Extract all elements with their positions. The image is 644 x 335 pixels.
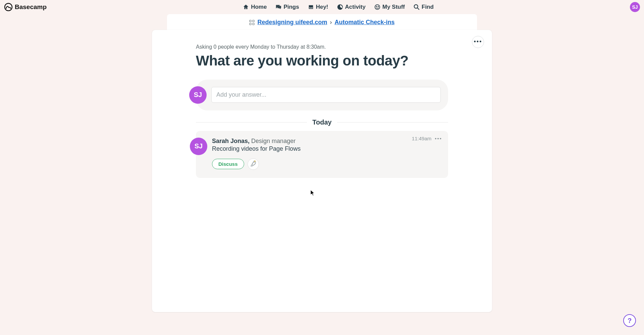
entry-text: Recording videos for Page Flows [212,145,440,152]
nav-hey[interactable]: Hey! [308,4,328,10]
brand-name: Basecamp [15,3,47,11]
svg-point-4 [378,6,379,7]
breadcrumb-section-link[interactable]: Automatic Check-ins [334,19,394,26]
nav-pings-label: Pings [283,4,299,10]
entry-avatar: SJ [190,138,207,155]
nav-activity[interactable]: Activity [337,4,366,10]
entry-role: Design manager [251,138,296,144]
checkin-question: What are you working on today? [196,53,448,69]
more-dots-icon: ••• [474,38,482,45]
nav-activity-label: Activity [345,4,366,10]
svg-rect-8 [250,23,251,25]
home-icon [243,4,249,10]
smiley-icon [374,4,380,10]
entry-author: Sarah Jonas, Design manager [212,138,440,145]
chat-icon [275,4,281,10]
entry-time: 11:49am [412,136,431,141]
nav-right: SJ [630,2,640,12]
checkin-card: ••• Asking 0 people every Monday to Thur… [152,30,492,312]
answer-input[interactable] [211,87,441,103]
svg-rect-9 [253,23,254,25]
rocket-boost-icon [250,160,257,168]
search-icon [414,4,420,10]
nav-home-label: Home [251,4,267,10]
nav-hey-label: Hey! [316,4,328,10]
composer-avatar: SJ [189,86,207,104]
user-avatar[interactable]: SJ [630,2,640,12]
primary-nav: Home Pings Hey! Activity My Stuff [47,4,630,10]
inbox-icon [308,4,314,10]
divider-label: Today [307,118,337,126]
svg-point-2 [375,5,380,9]
nav-mystuff[interactable]: My Stuff [374,4,405,10]
schedule-text: Asking 0 people every Monday to Thursday… [196,44,448,50]
nav-mystuff-label: My Stuff [382,4,405,10]
entry-name: Sarah Jonas, [212,138,250,144]
svg-rect-7 [253,20,254,22]
project-grid-icon[interactable] [249,20,255,25]
more-dots-icon: ••• [435,136,442,141]
svg-point-10 [254,162,254,163]
breadcrumb-project-link[interactable]: Redesigning uifeed.com [257,19,327,26]
svg-point-3 [376,6,377,7]
section-divider: Today [196,118,448,126]
answer-entry: SJ Sarah Jonas, Design manager Recording… [196,131,448,178]
help-button[interactable]: ? [623,314,636,327]
boost-button[interactable] [248,158,259,170]
discuss-button[interactable]: Discuss [212,159,244,169]
breadcrumb: Redesigning uifeed.com › Automatic Check… [249,19,394,26]
basecamp-logo-icon [4,3,13,11]
entry-actions: Discuss [212,158,440,170]
svg-rect-6 [250,20,251,22]
nav-find[interactable]: Find [414,4,434,10]
answer-composer: SJ [196,80,448,110]
nav-pings[interactable]: Pings [275,4,299,10]
nav-home[interactable]: Home [243,4,267,10]
activity-icon [337,4,343,10]
top-nav: Basecamp Home Pings Hey! Activity [0,0,644,14]
entry-meta: 11:49am ••• [412,136,442,141]
entry-more-button[interactable]: ••• [435,136,442,141]
breadcrumb-separator: › [330,19,332,26]
card-options-button[interactable]: ••• [472,36,484,48]
brand-logo[interactable]: Basecamp [4,3,47,11]
nav-find-label: Find [422,4,434,10]
